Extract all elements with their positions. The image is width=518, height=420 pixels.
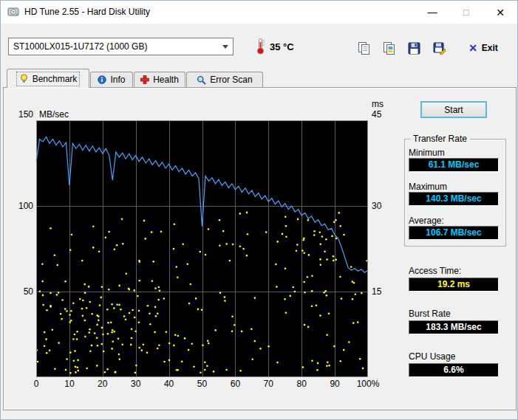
svg-text:45: 45 — [372, 109, 382, 120]
svg-text:70: 70 — [264, 379, 274, 389]
svg-text:100%: 100% — [357, 379, 380, 389]
save-as-button[interactable] — [428, 38, 450, 58]
window-title: HD Tune 2.55 - Hard Disk Utility — [24, 1, 150, 24]
benchmark-chart: MB/secms15010050453015010203040506070809… — [1, 88, 400, 410]
svg-text:30: 30 — [372, 201, 382, 211]
average-value: 106.7 MB/sec — [409, 226, 499, 240]
svg-text:0: 0 — [34, 379, 39, 389]
thermometer-icon — [255, 38, 266, 58]
svg-text:100: 100 — [18, 201, 33, 211]
svg-text:80: 80 — [297, 379, 307, 389]
exit-label: Exit — [482, 43, 498, 53]
tab-health-label: Health — [153, 75, 179, 85]
start-button[interactable]: Start — [420, 101, 487, 118]
window-controls: — □ ✕ — [415, 1, 517, 24]
svg-text:50: 50 — [24, 286, 34, 297]
plot-area — [36, 120, 368, 377]
svg-text:30: 30 — [131, 379, 141, 389]
exit-icon: ✕ — [468, 42, 477, 54]
average-label: Average: — [409, 216, 444, 226]
title-bar[interactable]: HD Tune 2.55 - Hard Disk Utility — □ ✕ — [1, 1, 517, 24]
burst-rate-label: Burst Rate — [409, 309, 451, 319]
tab-benchmark[interactable]: Benchmark — [7, 69, 89, 88]
svg-text:90: 90 — [330, 379, 340, 389]
tab-info-label: Info — [110, 75, 125, 85]
dropdown-arrow-icon — [218, 38, 233, 55]
minimum-value: 61.1 MB/sec — [409, 158, 499, 172]
tab-health[interactable]: Health — [134, 72, 185, 87]
info-icon — [98, 75, 106, 84]
app-window: HD Tune 2.55 - Hard Disk Utility — □ ✕ S… — [0, 0, 518, 420]
access-time-value: 19.2 ms — [409, 278, 499, 292]
svg-text:60: 60 — [231, 379, 241, 389]
tab-error-scan[interactable]: Error Scan — [186, 72, 263, 87]
drive-selector-value: ST1000LX015-1U7172 (1000 GB) — [9, 41, 218, 52]
cpu-usage-value: 6.6% — [409, 363, 499, 377]
lightbulb-icon — [19, 74, 29, 83]
save-screenshot-button[interactable] — [403, 38, 425, 58]
app-icon — [7, 6, 19, 21]
maximum-label: Maximum — [409, 182, 447, 192]
maximize-button[interactable]: □ — [449, 1, 483, 24]
cpu-usage-label: CPU Usage — [409, 351, 455, 362]
minimize-button[interactable]: — — [415, 1, 449, 24]
tab-error-scan-label: Error Scan — [210, 75, 252, 85]
svg-text:40: 40 — [164, 379, 174, 389]
transfer-rate-title: Transfer Rate — [410, 134, 470, 144]
save-icon — [407, 41, 421, 55]
maximum-value: 140.3 MB/sec — [409, 192, 499, 206]
close-button[interactable]: ✕ — [483, 1, 517, 24]
svg-text:10: 10 — [64, 379, 75, 389]
minimum-label: Minimum — [409, 148, 445, 158]
svg-text:ms: ms — [372, 99, 384, 109]
access-time-label: Access Time: — [409, 266, 461, 276]
tab-benchmark-label: Benchmark — [33, 74, 78, 84]
svg-text:15: 15 — [372, 286, 382, 297]
drive-selector[interactable]: ST1000LX015-1U7172 (1000 GB) — [8, 38, 234, 55]
copy-image-button[interactable] — [378, 38, 400, 58]
svg-text:MB/sec: MB/sec — [39, 109, 69, 120]
magnifier-icon — [197, 75, 206, 85]
svg-text:150: 150 — [18, 109, 33, 120]
temperature-readout: 35 °C — [270, 41, 294, 52]
copy-text-button[interactable] — [352, 38, 375, 58]
svg-text:50: 50 — [197, 379, 208, 389]
exit-button[interactable]: ✕ Exit — [456, 38, 511, 58]
copy-text-icon — [357, 41, 371, 55]
copy-image-icon — [382, 41, 396, 55]
save-as-icon — [432, 41, 446, 55]
health-cross-icon — [140, 75, 149, 84]
burst-rate-value: 183.3 MB/sec — [409, 320, 499, 334]
svg-text:20: 20 — [98, 379, 108, 389]
tab-info[interactable]: Info — [90, 72, 133, 87]
